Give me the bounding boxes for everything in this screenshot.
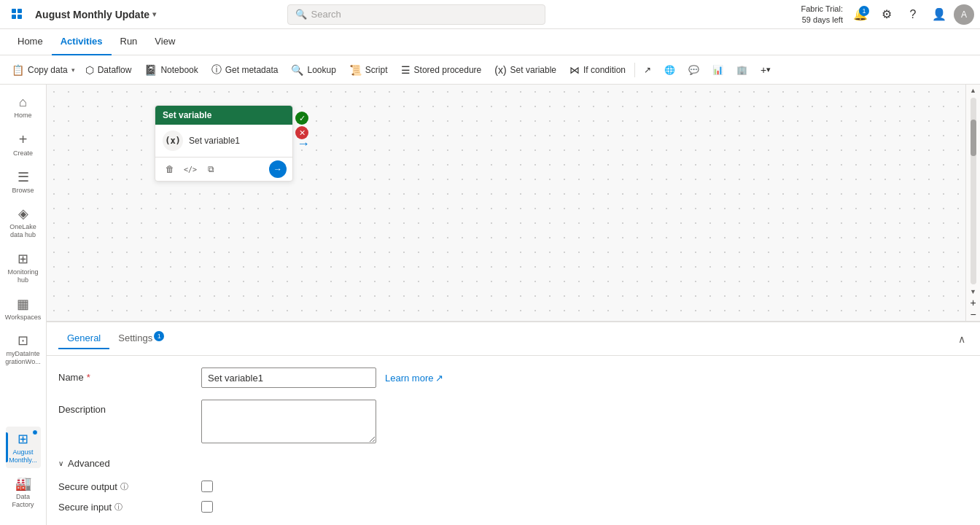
script-button[interactable]: 📜 Script	[343, 58, 394, 82]
help-button[interactable]: ?	[901, 3, 925, 26]
lookup-button[interactable]: 🔍 Lookup	[285, 58, 341, 82]
tab-home[interactable]: Home	[9, 29, 52, 55]
zoom-in-button[interactable]: +	[968, 298, 979, 309]
notebook-button[interactable]: 📓 Notebook	[139, 58, 203, 82]
sidebar-item-home-label: Home	[14, 112, 31, 120]
copy-data-button[interactable]: 📋 Copy data ▾	[6, 58, 78, 82]
left-sidebar: ⌂ Home + Create ☰ Browse ◈ OneLake data …	[0, 85, 47, 525]
apps-icon[interactable]	[6, 3, 29, 26]
get-metadata-button[interactable]: ⓘ Get metadata	[206, 58, 284, 82]
copy-data-label: Copy data	[28, 65, 68, 75]
activity-node-title: Set variable	[163, 110, 211, 120]
name-label: Name *	[58, 368, 190, 383]
sidebar-item-create[interactable]: + Create	[6, 127, 41, 162]
secure-output-info-icon[interactable]: ⓘ	[120, 481, 128, 492]
advanced-header[interactable]: ∨ Advanced	[58, 455, 968, 472]
toolbar-divider-1	[634, 63, 635, 77]
link-out-icon: ↗	[644, 65, 651, 75]
advanced-chevron: ∨	[58, 459, 63, 467]
secure-output-checkbox[interactable]	[201, 481, 213, 492]
bottom-panel-content: Name * Learn more ↗ Description	[47, 356, 980, 525]
toolbar-globe-button[interactable]: 🌐	[658, 58, 681, 82]
sidebar-item-browse[interactable]: ☰ Browse	[6, 165, 41, 199]
user-profile-button[interactable]: 👤	[928, 3, 951, 26]
toolbar-office-button[interactable]: 📊	[707, 58, 729, 82]
august-monthly-icon: ⊞	[18, 431, 28, 447]
form-description-row: Description	[58, 400, 968, 443]
more-button[interactable]: + ▾	[755, 58, 777, 82]
if-condition-label: If condition	[583, 65, 626, 75]
secure-input-info-icon[interactable]: ⓘ	[114, 502, 122, 513]
activity-run-button[interactable]: →	[269, 160, 287, 178]
nav-tabs: Home Activities Run View	[0, 29, 980, 55]
scroll-up-button[interactable]: ▲	[968, 85, 979, 96]
pipeline-canvas[interactable]: Set variable (x) Set variable1 ✓ ✕ →	[47, 85, 980, 321]
learn-more-link[interactable]: Learn more ↗	[385, 373, 443, 384]
activity-node-icon: (x)	[165, 136, 181, 146]
sidebar-item-monitoring[interactable]: ⊞ Monitoring hub	[6, 246, 41, 289]
if-condition-button[interactable]: ⋈ If condition	[564, 58, 631, 82]
activity-copy-button[interactable]: ⧉	[202, 160, 219, 178]
stored-procedure-icon: ☰	[401, 64, 411, 76]
activity-delete-button[interactable]: 🗑	[161, 160, 179, 178]
activity-code-button[interactable]: </>	[182, 160, 199, 178]
secure-input-row: Secure input ⓘ	[58, 501, 968, 513]
set-variable-button[interactable]: (x) Set variable	[489, 58, 562, 82]
settings-button[interactable]: ⚙	[875, 3, 898, 26]
activity-node-body: (x) Set variable1	[155, 125, 292, 157]
app-name[interactable]: August Monthly Update ▾	[35, 9, 156, 20]
copy-data-arrow: ▾	[71, 66, 75, 74]
toolbar-link-icon-1[interactable]: ↗	[638, 58, 657, 82]
sidebar-item-datafactory[interactable]: 🏭 Data Factory	[6, 471, 41, 513]
canvas-area: Set variable (x) Set variable1 ✓ ✕ →	[47, 85, 980, 525]
tab-view[interactable]: View	[146, 29, 184, 55]
canvas-right-scroll: ▲ ▼ + −	[965, 85, 980, 321]
bottom-tab-settings[interactable]: Settings 1	[109, 328, 167, 349]
notification-button[interactable]: 🔔 1	[849, 3, 872, 26]
sidebar-item-browse-label: Browse	[12, 187, 34, 195]
onelake-icon: ◈	[18, 206, 28, 222]
lookup-label: Lookup	[307, 65, 335, 75]
teams-icon: 💬	[688, 65, 699, 75]
sidebar-item-mydata[interactable]: ⊡ myDataInte grationWo...	[6, 328, 41, 370]
sidebar-item-workspaces[interactable]: ▦ Workspaces	[6, 292, 41, 326]
collapse-button[interactable]: ∧	[955, 330, 968, 348]
sidebar-item-monitoring-label: Monitoring hub	[7, 268, 38, 284]
sidebar-item-onelake[interactable]: ◈ OneLake data hub	[6, 201, 41, 244]
settings-icon: ⚙	[882, 7, 892, 21]
dataflow-button[interactable]: ⬡ Dataflow	[79, 58, 138, 82]
fabric-trial-line1: Fabric Trial:	[801, 4, 843, 14]
toolbar-teams2-button[interactable]: 🏢	[731, 58, 753, 82]
workspaces-icon: ▦	[17, 296, 29, 312]
sidebar-item-home[interactable]: ⌂ Home	[6, 90, 41, 124]
sidebar-item-onelake-label: OneLake data hub	[9, 223, 38, 239]
secure-input-checkbox[interactable]	[201, 501, 213, 513]
bottom-tab-general[interactable]: General	[58, 328, 109, 349]
name-required: *	[87, 372, 90, 383]
set-variable-activity-node[interactable]: Set variable (x) Set variable1 ✓ ✕ →	[155, 105, 293, 182]
avatar[interactable]: A	[954, 4, 974, 25]
tab-run[interactable]: Run	[112, 29, 147, 55]
top-bar: August Monthly Update ▾ 🔍 Search Fabric …	[0, 0, 980, 29]
zoom-out-button[interactable]: −	[968, 309, 979, 321]
fabric-trial-info: Fabric Trial: 59 days left	[801, 4, 843, 25]
stored-procedure-button[interactable]: ☰ Stored procedure	[395, 58, 488, 82]
script-icon: 📜	[349, 64, 362, 76]
secure-output-label: Secure output	[58, 481, 117, 492]
tab-activities[interactable]: Activities	[52, 29, 112, 55]
more-label: ▾	[766, 65, 771, 74]
description-control-area	[201, 400, 968, 443]
search-bar[interactable]: 🔍 Search	[287, 4, 545, 25]
description-input[interactable]	[201, 400, 376, 443]
activity-success-icon[interactable]: ✓	[295, 112, 308, 125]
bottom-panel-header: General Settings 1 ∧	[47, 322, 980, 356]
svg-rect-3	[18, 15, 22, 19]
sidebar-item-august-monthly-label: August Monthly...	[9, 448, 38, 464]
activity-output-connector[interactable]: →	[297, 136, 310, 151]
toolbar-teams-button[interactable]: 💬	[682, 58, 705, 82]
activity-node-icon-circle: (x)	[163, 131, 183, 151]
sidebar-item-august-monthly[interactable]: ⊞ August Monthly...	[6, 427, 41, 469]
scroll-thumb[interactable]	[971, 120, 976, 156]
name-input[interactable]	[201, 368, 376, 388]
scroll-down-button[interactable]: ▼	[968, 286, 979, 298]
